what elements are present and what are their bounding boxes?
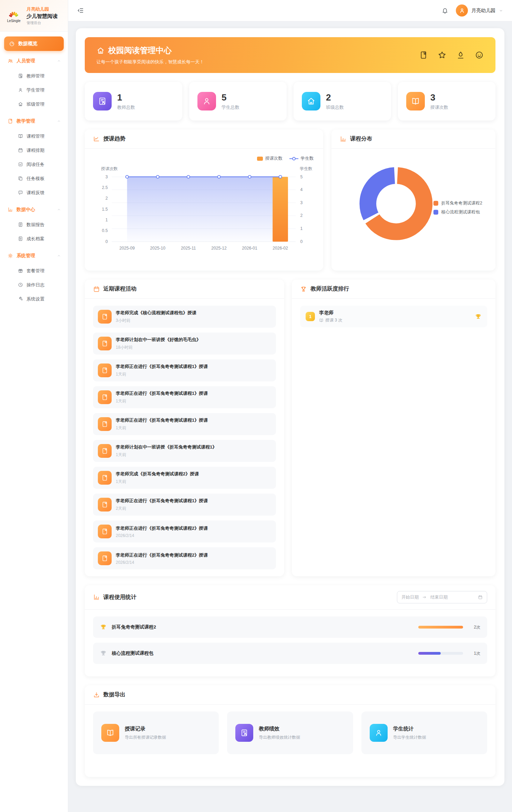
sidebar-item[interactable]: 成长档案 — [4, 232, 64, 246]
bar-chart-icon — [8, 207, 13, 212]
activity-icon-box — [98, 363, 112, 377]
data-export-card: 数据导出 授课记录 导出所有授课记录数据 教师绩效 导出教师绩效统计数据 学生统… — [85, 685, 495, 777]
usage-progress-fill — [418, 652, 441, 655]
open-book-icon — [319, 318, 324, 323]
svg-text:2026-01: 2026-01 — [242, 246, 257, 251]
sidebar-item[interactable]: 数据报告 — [4, 218, 64, 232]
sidebar-item[interactable]: 教师管理 — [4, 69, 64, 83]
sidebar-item-label: 套餐管理 — [27, 268, 44, 274]
activity-icon-box — [98, 390, 112, 404]
notebook-icon — [101, 501, 108, 508]
activity-text: 李老师完成《折耳兔奇奇测试课程2》授课 — [116, 471, 199, 477]
export-card-教师绩效[interactable]: 教师绩效 导出教师绩效统计数据 — [227, 711, 353, 754]
activity-time: 1天前 — [116, 452, 217, 458]
notification-bell-icon[interactable] — [442, 7, 448, 14]
sidebar-item[interactable]: 课程管理 — [4, 129, 64, 143]
hero-banner: 校园阅读管理中心 让每一个孩子都能享受阅读的快乐，智慧成长每一天！ — [85, 37, 495, 73]
start-date-placeholder: 开始日期 — [401, 594, 419, 600]
sidebar-group-header[interactable]: 教学管理 — [4, 113, 64, 129]
sidebar-item[interactable]: 阅读任务 — [4, 157, 64, 171]
activity-text: 李老师计划在中一班讲授《折耳兔奇奇测试课程1》 — [116, 444, 217, 450]
stat-card: 1 教师总数 — [85, 82, 182, 120]
copy-icon — [18, 176, 23, 181]
dashboard-icon — [9, 41, 15, 47]
activity-text: 李老师完成《核心流程测试课程包》授课 — [116, 310, 196, 316]
hero-subtitle: 让每一个孩子都能享受阅读的快乐，智慧成长每一天！ — [96, 59, 204, 65]
activity-item: 李老师正在进行《折耳兔奇奇测试课程1》授课 1天前 — [93, 413, 276, 435]
sidebar-group-1: 教学管理 课程管理课程排期阅读任务任务模板课程反馈 — [4, 113, 64, 200]
stat-icon-box — [302, 92, 320, 110]
activity-item: 李老师计划在中一班讲授《折耳兔奇奇测试课程1》 1天前 — [93, 440, 276, 462]
smiley-icon — [475, 51, 484, 60]
legend-label: 核心流程测试课程包 — [441, 209, 480, 215]
user-menu[interactable]: 月亮幼儿园 — [456, 4, 503, 17]
svg-text:3: 3 — [300, 200, 303, 205]
bar-series-swatch — [257, 157, 263, 161]
distribution-legend: 折耳兔奇奇测试课程2核心流程测试课程包 — [433, 197, 482, 218]
export-card-授课记录[interactable]: 授课记录 导出所有授课记录数据 — [93, 711, 219, 754]
sidebar-item-label: 班级管理 — [27, 101, 44, 107]
sidebar-item-dashboard[interactable]: 数据概览 — [4, 36, 64, 51]
sidebar-item-label: 操作日志 — [27, 282, 44, 288]
stat-label: 教师总数 — [117, 104, 135, 110]
activity-ranking-row: 近期课程活动 李老师完成《核心流程测试课程包》授课 3小时前 李老师计划在中一班… — [85, 280, 495, 576]
sidebar-item[interactable]: 系统设置 — [4, 292, 64, 306]
book-bookmark-icon — [419, 51, 428, 60]
sidebar-item-label: 教师管理 — [27, 73, 44, 79]
stat-icon-box — [93, 92, 112, 110]
section-title-usage: 课程使用统计 — [103, 594, 393, 601]
sidebar-item[interactable]: 学生管理 — [4, 83, 64, 97]
collapse-sidebar-icon[interactable] — [77, 7, 84, 14]
sidebar-group-header[interactable]: 系统管理 — [4, 248, 64, 264]
sidebar-item[interactable]: 课程反馈 — [4, 186, 64, 200]
sidebar-item[interactable]: 套餐管理 — [4, 264, 64, 278]
activity-icon-box — [98, 337, 112, 350]
section-title-activities: 近期课程活动 — [103, 285, 276, 293]
export-card-学生统计[interactable]: 学生统计 导出学生统计数据 — [361, 711, 487, 754]
sidebar-group-header[interactable]: 人员管理 — [4, 53, 64, 69]
product-name: 少儿智慧阅读 — [27, 13, 58, 20]
calendar-icon — [18, 148, 23, 153]
date-range-picker[interactable]: 开始日期 结束日期 — [397, 591, 487, 603]
export-icon-box — [370, 724, 388, 742]
sidebar-item[interactable]: 课程排期 — [4, 143, 64, 157]
activity-icon-box — [98, 417, 112, 431]
chevron-up-icon — [57, 254, 61, 258]
legend-item-line-series[interactable]: 学生数 — [289, 156, 314, 161]
sidebar-item[interactable]: 班级管理 — [4, 97, 64, 111]
stat-card: 3 授课次数 — [398, 82, 495, 120]
sidebar-group-header[interactable]: 数据中心 — [4, 202, 64, 218]
sidebar-item-label: 成长档案 — [27, 236, 44, 242]
distribution-legend-item[interactable]: 折耳兔奇奇测试课程2 — [433, 200, 482, 206]
lesingle-logo-icon: LeSingle — [4, 9, 23, 23]
gift-icon — [18, 268, 23, 273]
console-label: 管理后台 — [27, 21, 58, 25]
distribution-legend-item[interactable]: 核心流程测试课程包 — [433, 209, 482, 215]
usage-row: 折耳兔奇奇测试课程2 2次 — [93, 616, 487, 638]
logo-rainbow-icon — [6, 9, 21, 19]
line-chart-icon — [93, 136, 100, 143]
activity-text: 李老师正在进行《折耳兔奇奇测试课程2》授课 — [116, 525, 208, 531]
charts-row: 授课趋势 授课次数学生数 32.521.510.505432102025-092… — [85, 129, 495, 271]
home-icon — [96, 46, 105, 55]
ink-drop-icon — [456, 51, 465, 60]
legend-item-bar-series[interactable]: 授课次数 — [257, 156, 283, 161]
home-icon — [18, 102, 23, 107]
activity-text: 李老师计划在中一班讲授《好饿的毛毛虫》 — [116, 337, 201, 343]
svg-text:5: 5 — [300, 175, 303, 179]
legend-swatch — [433, 201, 438, 205]
sidebar-item[interactable]: 操作日志 — [4, 278, 64, 292]
app-root: LeSingle 月亮幼儿园 少儿智慧阅读 管理后台 数据概览 人员管理 教师管… — [0, 0, 512, 812]
chevron-up-icon — [57, 119, 61, 123]
notebook-icon — [101, 555, 108, 562]
arrow-right-icon — [422, 595, 427, 600]
legend-label: 折耳兔奇奇测试课程2 — [441, 200, 482, 206]
sidebar-item-label: 课程管理 — [27, 133, 44, 139]
sidebar-item[interactable]: 任务模板 — [4, 171, 64, 186]
usage-count: 2次 — [468, 624, 480, 630]
svg-text:授课次数: 授课次数 — [101, 166, 117, 171]
sidebar-item-label: 数据概览 — [18, 41, 38, 47]
sidebar-group-label: 系统管理 — [17, 253, 35, 259]
usage-progress-track — [418, 652, 463, 655]
svg-text:4: 4 — [300, 187, 303, 192]
